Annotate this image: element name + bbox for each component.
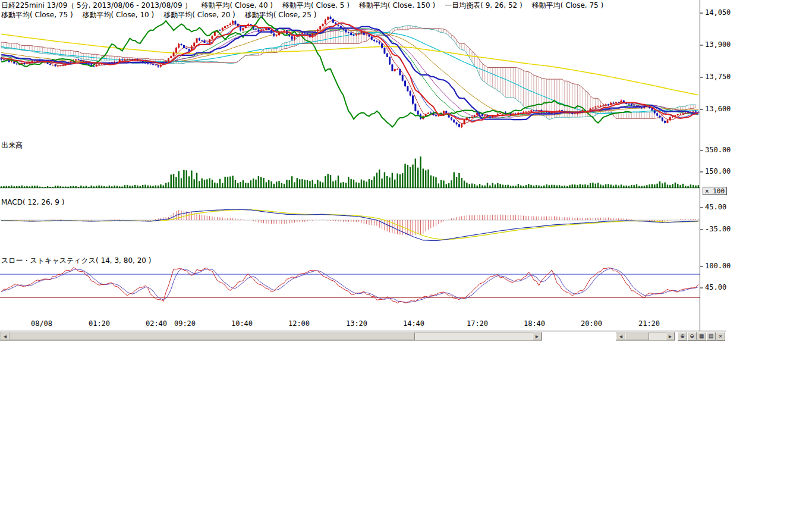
secondary-scrollbar[interactable]: ◀ ▶	[616, 332, 675, 341]
scrollbar-right-arrow-button[interactable]: ▶	[533, 332, 542, 340]
volume-panel	[0, 156, 700, 188]
secondary-scrollbar-thumb[interactable]	[625, 332, 649, 340]
legend-item: 移動平均( Close, 10 )	[83, 11, 155, 19]
chart-toolbar: ⊕⊖▦▤×	[678, 332, 725, 341]
zoom-in-button[interactable]: ⊕	[678, 332, 687, 341]
legend-item: 移動平均( Close, 5 )	[282, 1, 350, 10]
chart-canvas[interactable]	[0, 0, 812, 331]
legend-item: 移動平均( Close, 40 )	[201, 1, 273, 10]
macd-panel-label: MACD( 12, 26, 9 )	[1, 198, 64, 206]
legend-item: 移動平均( Close, 75 )	[1, 11, 73, 19]
legend-item: 一目均衡表( 9, 26, 52 )	[445, 1, 522, 10]
zoom-out-button[interactable]: ⊖	[687, 332, 697, 341]
legend-item: 移動平均( Close, 75 )	[532, 1, 604, 10]
stochastics-panel	[0, 268, 700, 303]
chart-legend-line2: 移動平均( Close, 75 )移動平均( Close, 10 )移動平均( …	[1, 10, 326, 20]
chart-title: 日経225mini 13/09（ 5分, 2013/08/06 - 2013/0…	[1, 1, 191, 10]
chart-legend-line1: 日経225mini 13/09（ 5分, 2013/08/06 - 2013/0…	[1, 1, 613, 11]
close-button[interactable]: ×	[716, 332, 725, 341]
secondary-scrollbar-left-arrow-button[interactable]: ◀	[616, 332, 625, 340]
secondary-scrollbar-right-arrow-button[interactable]: ▶	[666, 332, 675, 340]
price-panel	[1, 15, 700, 128]
scrollbar-left-arrow-button[interactable]: ◀	[1, 332, 10, 340]
macd-panel	[0, 209, 700, 241]
horizontal-scrollbar[interactable]: ◀ ▶	[0, 332, 542, 341]
stoch-panel-label: スロー・ストキャスティクス( 14, 3, 80, 20 )	[1, 256, 151, 266]
charting-app-window: 日経225mini 13/09（ 5分, 2013/08/06 - 2013/0…	[0, 0, 812, 527]
pane-toggle-button[interactable]: ▤	[706, 332, 716, 341]
scrollbar-thumb[interactable]	[10, 332, 415, 340]
volume-panel-label: 出来高	[1, 140, 23, 150]
legend-item: 移動平均( Close, 20 )	[163, 11, 235, 19]
legend-item: 移動平均( Close, 150 )	[359, 1, 435, 10]
volume-multiplier-badge: × 100	[703, 187, 727, 195]
grid-toggle-button[interactable]: ▦	[697, 332, 706, 341]
legend-item: 移動平均( Close, 25 )	[245, 11, 317, 19]
